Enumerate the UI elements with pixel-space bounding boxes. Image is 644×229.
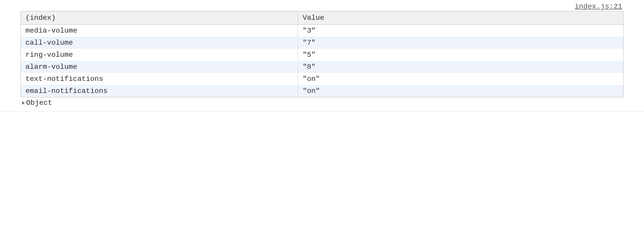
triangle-right-icon [22,101,25,105]
value-cell: "on" [298,73,623,85]
index-cell: alarm-volume [21,61,298,73]
console-output: index.js:21 (index) Value media-volume "… [0,3,644,107]
index-cell: media-volume [21,25,298,37]
index-cell: ring-volume [21,49,298,61]
table-row: ring-volume "5" [21,49,623,61]
table-row: text-notifications "on" [21,73,623,85]
index-cell: email-notifications [21,85,298,97]
header-value[interactable]: Value [298,11,623,25]
table-row: media-volume "3" [21,25,623,37]
table-row: email-notifications "on" [21,85,623,97]
value-cell: "3" [298,25,623,37]
source-link[interactable]: index.js:21 [21,3,623,11]
value-cell: "8" [298,61,623,73]
console-table: (index) Value media-volume "3" call-volu… [21,11,623,97]
divider [0,111,644,112]
table-header-row: (index) Value [21,11,623,25]
header-index[interactable]: (index) [21,11,298,25]
value-cell: "7" [298,37,623,49]
value-cell: "5" [298,49,623,61]
value-cell: "on" [298,85,623,97]
table-row: alarm-volume "8" [21,61,623,73]
index-cell: call-volume [21,37,298,49]
object-expand-toggle[interactable]: Object [21,97,623,107]
table-row: call-volume "7" [21,37,623,49]
index-cell: text-notifications [21,73,298,85]
object-label: Object [26,99,52,107]
